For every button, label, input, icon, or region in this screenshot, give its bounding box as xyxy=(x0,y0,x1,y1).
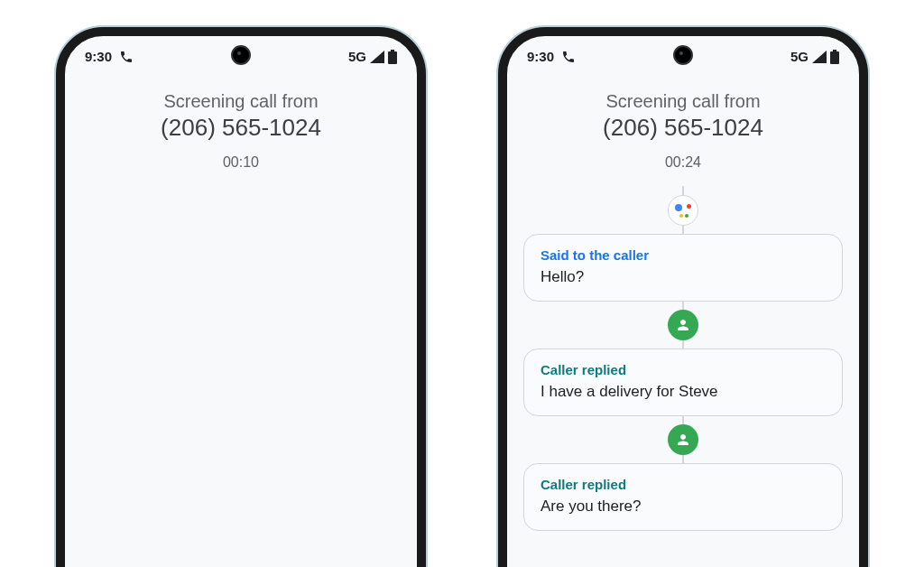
card-heading: Said to the caller xyxy=(541,247,826,263)
battery-icon xyxy=(388,50,397,64)
status-time: 9:30 xyxy=(85,49,112,64)
signal-icon xyxy=(370,51,384,63)
phone-mockup-left: 9:30 5G Screening call from (206) 565-10… xyxy=(56,27,426,567)
person-icon xyxy=(675,317,691,333)
card-heading: Caller replied xyxy=(541,477,826,492)
network-label: 5G xyxy=(348,49,366,64)
screening-label: Screening call from xyxy=(605,91,760,112)
svg-rect-0 xyxy=(388,51,397,64)
transcript-card[interactable]: Said to the caller Hello? xyxy=(523,234,843,302)
call-indicator-icon xyxy=(561,50,576,64)
caller-badge xyxy=(668,310,698,340)
front-camera xyxy=(673,45,693,65)
status-time: 9:30 xyxy=(527,49,554,64)
transcript-card[interactable]: Caller replied Are you there? xyxy=(523,463,843,531)
svg-rect-2 xyxy=(830,51,839,64)
network-label: 5G xyxy=(790,49,808,64)
assistant-badge xyxy=(668,195,698,226)
caller-number: (206) 565-1024 xyxy=(603,114,763,142)
phone-mockup-right: 9:30 5G Screening call from (206) 565-10… xyxy=(498,27,868,567)
caller-badge xyxy=(668,424,698,455)
caller-number: (206) 565-1024 xyxy=(161,114,321,142)
transcript-card[interactable]: Caller replied I have a delivery for Ste… xyxy=(523,349,843,416)
person-icon xyxy=(675,432,691,448)
card-body: Hello? xyxy=(541,268,826,286)
svg-rect-3 xyxy=(833,50,836,51)
signal-icon xyxy=(812,51,827,63)
call-timer: 00:10 xyxy=(223,154,259,171)
screening-label: Screening call from xyxy=(163,91,318,112)
call-indicator-icon xyxy=(119,50,134,64)
battery-icon xyxy=(830,50,839,64)
card-body: I have a delivery for Steve xyxy=(541,383,826,401)
front-camera xyxy=(231,45,251,65)
assistant-icon xyxy=(673,200,693,220)
card-heading: Caller replied xyxy=(541,362,826,377)
card-body: Are you there? xyxy=(541,497,826,516)
svg-rect-1 xyxy=(391,50,394,51)
call-timer: 00:24 xyxy=(665,154,701,171)
